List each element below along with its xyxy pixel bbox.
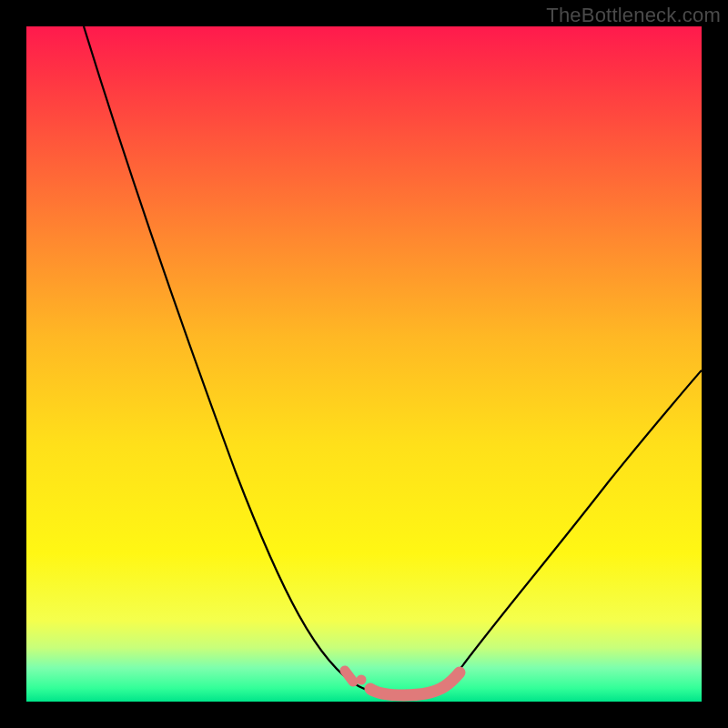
valley-highlight-left bbox=[345, 671, 353, 682]
chart-plot-area bbox=[26, 26, 702, 702]
bottleneck-curve-path bbox=[84, 26, 702, 695]
valley-highlight-dot bbox=[357, 675, 367, 685]
valley-highlight-bottom bbox=[370, 672, 460, 695]
watermark-text: TheBottleneck.com bbox=[546, 4, 721, 27]
chart-svg bbox=[26, 26, 702, 702]
